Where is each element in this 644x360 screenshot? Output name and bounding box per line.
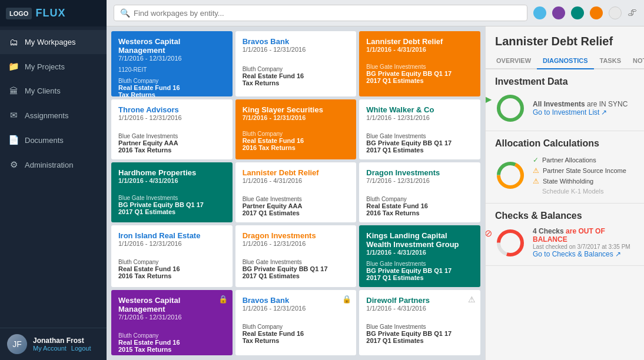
clients-icon: 🏛 [8,86,19,96]
search-box[interactable]: 🔍 [114,5,527,21]
card-4-title: King Slayer Securities [243,105,350,114]
card-6-dates: 1/1/2016 - 4/31/2016 [118,177,225,184]
card-0-dates: 7/1/2016 - 12/31/2016 [118,55,225,62]
sidebar-item-assignments[interactable]: ✉ Assignments [0,103,107,128]
allocation-section-title: Allocation Calculations [495,138,635,149]
checks-row: 4 Checks are OUT OF BALANCE Last checked… [495,227,635,258]
card-0[interactable]: Westeros Capital Management 7/1/2016 - 1… [111,31,233,96]
topbar: 🔍 🖇 [107,0,644,26]
card-10-fund: BG Private Equity BB Q1 17 [243,265,350,272]
card-11[interactable]: Kings Landing Capital Wealth Investment … [359,225,480,287]
search-input[interactable] [134,9,521,18]
card-11-title: Kings Landing Capital Wealth Investment … [366,231,473,249]
assignments-icon: ✉ [8,110,19,121]
checks-circle-icon: ⊘ [485,228,492,239]
main-area: 🔍 🖇 Westeros Capital Management 7/1/2016… [107,0,644,360]
card-1[interactable]: Bravos Bank 1/1/2016 - 12/31/2016 Bluth … [235,31,357,96]
logo-box: LOGO [6,8,32,19]
tab-tasks[interactable]: TASKS [594,53,627,69]
card-12-company: Bluth Company [118,332,225,339]
card-7-company: Blue Gate Investments [243,196,350,202]
filter-dot-teal[interactable] [571,6,584,19]
investment-arrow-icon: ▶ [485,94,492,105]
footer-info: Jonathan Frost My Account Logout [33,336,99,352]
card-4[interactable]: King Slayer Securities 7/1/2016 - 12/31/… [235,99,357,159]
alloc-label-2: State Withholding [543,178,593,185]
checks-section-title: Checks & Balances [495,211,635,221]
card-6[interactable]: Hardhome Properties 1/1/2016 - 4/31/2016… [111,162,233,222]
card-14-type: 2017 Q1 Estimates [366,337,473,344]
lock-icon: 🔒 [218,295,228,304]
card-5-type: 2017 Q1 Estimates [366,146,473,154]
warn-icon: ⚠ [468,295,476,304]
card-8-title: Dragon Investments [366,168,473,177]
documents-icon: 📄 [8,135,19,145]
investment-section-title: Investment Data [495,76,635,87]
investment-status-value: are IN SYNC [587,100,628,108]
warn-icon-2: ⚠ [533,177,539,185]
card-4-type: 2016 Tax Returns [243,144,350,151]
lock-icon-2: 🔒 [342,295,351,304]
tab-diagnostics[interactable]: DIAGNOSTICS [537,53,593,69]
card-1-fund: Real Estate Fund 16 [243,72,350,79]
alloc-label-0: Partner Allocations [542,156,596,164]
card-13[interactable]: 🔒 Bravos Bank 1/1/2016 - 12/31/2016 Blut… [235,290,357,355]
card-3-title: Throne Advisors [118,105,225,114]
logout-link[interactable]: Logout [71,345,91,352]
right-panel: Lannister Debt Relief OVERVIEW DIAGNOSTI… [485,26,644,360]
sidebar-item-documents[interactable]: 📄 Documents [0,128,107,152]
filter-dot-purple[interactable] [552,6,565,19]
card-7[interactable]: Lannister Debt Relief 1/1/2016 - 4/31/20… [235,162,357,222]
card-5[interactable]: White Walker & Co 1/1/2016 - 12/31/2016 … [359,99,480,159]
card-1-title: Bravos Bank [243,37,350,46]
tab-notes[interactable]: NOTES [627,53,644,69]
donut-svg-investment [495,93,526,124]
allocation-list: ✓ Partner Allocations ⚠ Partner State So… [533,155,635,196]
card-9-title: Iron Island Real Estate [118,231,225,240]
card-8-company: Bluth Company [366,196,473,202]
card-10-type: 2017 Q1 Estimates [243,272,350,279]
tab-overview[interactable]: OVERVIEW [490,53,537,69]
alloc-item-2: ⚠ State Withholding [533,176,635,186]
checks-status: 4 Checks are OUT OF BALANCE [533,227,635,244]
sidebar-label-assignments: Assignments [25,111,68,120]
card-8-fund: Real Estate Fund 16 [366,202,473,209]
filter-dot-orange[interactable] [590,6,603,19]
checks-external-icon: ↗ [615,250,621,258]
filter-dot-white[interactable] [609,6,622,19]
card-3-company: Blue Gate Investments [118,133,225,139]
my-account-link[interactable]: My Account [33,345,67,352]
filter-dot-blue[interactable] [533,6,546,19]
card-11-company: Blue Gate Investments [366,261,473,267]
card-4-fund: Real Estate Fund 16 [243,137,350,144]
card-9-fund: Real Estate Fund 16 [118,265,225,272]
sidebar-nav: 🗂 My Workpages 📁 My Projects 🏛 My Client… [0,26,107,328]
card-8[interactable]: Dragon Investments 7/1/2016 - 12/31/2016… [359,162,480,222]
card-10-dates: 1/1/2016 - 12/31/2016 [243,240,350,247]
sidebar-item-my-projects[interactable]: 📁 My Projects [0,54,107,79]
sidebar-label-my-projects: My Projects [25,62,65,71]
clip-icon[interactable]: 🖇 [628,8,637,18]
card-6-type: 2017 Q1 Estimates [118,208,225,215]
card-2[interactable]: Lannister Debt Relief 1/1/2016 - 4/31/20… [359,31,480,96]
sidebar-footer: JF Jonathan Frost My Account Logout [0,328,107,360]
card-1-dates: 1/1/2016 - 12/31/2016 [243,46,350,53]
sidebar-item-my-workpages[interactable]: 🗂 My Workpages [0,30,107,54]
admin-icon: ⚙ [8,159,19,170]
card-14-title: Direwolf Partners [366,296,473,305]
investment-list-link[interactable]: Go to Investment List ↗ [533,108,628,116]
card-3[interactable]: Throne Advisors 1/1/2016 - 12/31/2016 Bl… [111,99,233,159]
card-9[interactable]: Iron Island Real Estate 1/1/2016 - 12/31… [111,225,233,287]
card-2-fund: BG Private Equity BB Q1 17 [366,70,473,77]
gray-label-3: Schedule K-1 Models [542,188,604,195]
allocation-donut [495,160,526,191]
sidebar-item-my-clients[interactable]: 🏛 My Clients [0,79,107,103]
card-14[interactable]: ⚠ Direwolf Partners 1/1/2016 - 4/31/2016… [359,290,480,355]
card-12[interactable]: 🔒 Westeros Capital Management 7/1/2016 -… [111,290,233,355]
card-7-type: 2017 Q1 Estimates [243,209,350,216]
sidebar-item-administration[interactable]: ⚙ Administration [0,152,107,177]
card-11-dates: 1/1/2016 - 4/31/2016 [366,249,473,256]
checks-link[interactable]: Go to Checks & Balances ↗ [533,250,635,258]
card-10[interactable]: Dragon Investments 1/1/2016 - 12/31/2016… [235,225,357,287]
card-6-title: Hardhome Properties [118,168,225,177]
